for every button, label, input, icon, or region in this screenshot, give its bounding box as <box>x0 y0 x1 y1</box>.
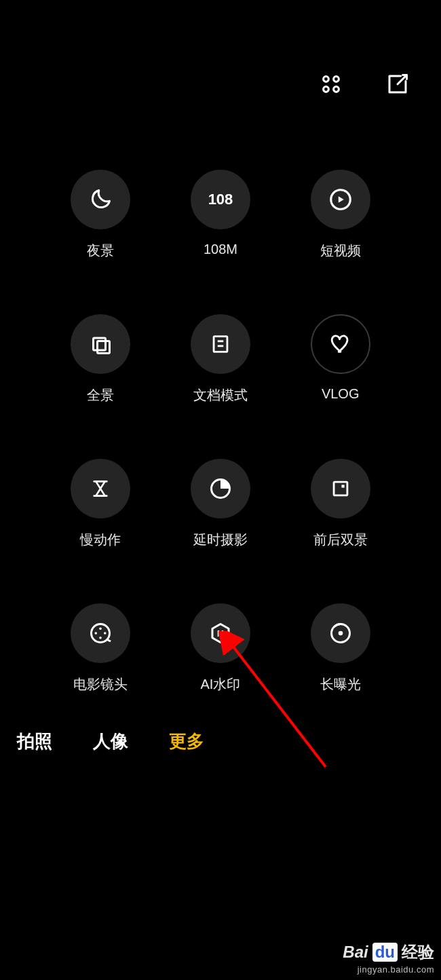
mode-timelapse[interactable]: 延时摄影 <box>161 459 281 549</box>
mode-label: 前后双景 <box>313 531 368 549</box>
svg-point-20 <box>100 637 102 639</box>
mode-label: 108M <box>204 242 237 257</box>
svg-point-0 <box>324 77 329 82</box>
svg-point-19 <box>104 632 107 635</box>
mode-label: 短视频 <box>320 242 361 260</box>
square-dot-icon <box>329 477 352 500</box>
watermark-suffix: 经验 <box>402 941 434 963</box>
edit-layout-button[interactable] <box>381 68 414 100</box>
mode-longexp-circle <box>311 603 370 663</box>
mode-long-exposure[interactable]: 长曝光 <box>280 603 400 694</box>
modes-grid-button[interactable] <box>315 68 347 100</box>
watermark-brand: Baidu 经验 <box>343 941 434 963</box>
svg-point-2 <box>324 87 329 92</box>
mode-108m-circle: 108 <box>191 170 250 229</box>
four-dots-icon <box>319 72 343 96</box>
hexagon-m-icon: M <box>208 621 233 645</box>
mode-label: VLOG <box>322 386 360 402</box>
mode-label: 长曝光 <box>320 675 361 694</box>
mode-dualview-circle <box>311 459 370 519</box>
panorama-icon <box>88 332 113 356</box>
tab-more[interactable]: 更多 <box>169 730 204 753</box>
mode-label: AI水印 <box>201 675 241 694</box>
svg-point-1 <box>334 77 339 82</box>
mode-vlog-circle <box>311 314 370 374</box>
tab-photo[interactable]: 拍照 <box>17 730 52 753</box>
heart-v-icon <box>329 333 352 356</box>
mode-label: 电影镜头 <box>73 675 128 694</box>
hourglass-icon <box>90 478 111 500</box>
svg-point-3 <box>334 87 339 92</box>
camera-mode-tabs: 拍照 人像 更多 <box>17 730 204 753</box>
tab-portrait[interactable]: 人像 <box>93 730 128 753</box>
mode-short-video[interactable]: 短视频 <box>280 170 400 260</box>
mode-slowmo-circle <box>71 459 130 519</box>
mode-slow-motion[interactable]: 慢动作 <box>41 459 161 549</box>
moon-icon <box>88 187 113 212</box>
svg-marker-5 <box>338 196 343 203</box>
watermark-url: jingyan.baidu.com <box>343 964 434 975</box>
play-circle-icon <box>328 187 353 212</box>
mode-label: 文档模式 <box>193 386 248 404</box>
svg-rect-14 <box>334 482 347 495</box>
edit-square-icon <box>385 72 410 96</box>
mode-dual-view[interactable]: 前后双景 <box>280 459 400 549</box>
svg-rect-8 <box>214 337 227 352</box>
svg-point-17 <box>100 627 102 630</box>
mode-panorama[interactable]: 全景 <box>41 314 161 404</box>
svg-rect-15 <box>341 485 344 487</box>
svg-rect-6 <box>94 338 106 350</box>
aperture-arc-icon <box>328 621 353 645</box>
mode-108m[interactable]: 108 108M <box>161 170 281 260</box>
mode-night[interactable]: 夜景 <box>41 170 161 260</box>
mode-ai-watermark[interactable]: M AI水印 <box>161 603 281 694</box>
mode-movie-lens[interactable]: 电影镜头 <box>41 603 161 694</box>
mode-document-circle <box>191 314 250 374</box>
mode-label: 夜景 <box>87 242 114 260</box>
baidu-jingyan-watermark: Baidu 经验 jingyan.baidu.com <box>343 941 434 975</box>
mode-aiwatermark-circle: M <box>191 603 250 663</box>
mode-movielens-circle <box>71 603 130 663</box>
document-icon <box>209 333 232 356</box>
film-reel-icon <box>88 621 113 645</box>
mp108-text-icon: 108 <box>208 191 233 208</box>
clock-quarter-icon <box>208 476 233 501</box>
mode-panorama-circle <box>71 314 130 374</box>
mode-night-circle <box>71 170 130 229</box>
svg-text:M: M <box>217 629 224 639</box>
mode-label: 全景 <box>87 386 114 404</box>
svg-point-24 <box>338 631 343 636</box>
mode-document[interactable]: 文档模式 <box>161 314 281 404</box>
mode-label: 慢动作 <box>80 531 121 549</box>
topbar <box>315 68 414 100</box>
modes-grid: 夜景 108 108M 短视频 全景 <box>0 170 441 694</box>
mode-short-video-circle <box>311 170 370 229</box>
svg-rect-7 <box>98 341 110 354</box>
watermark-du: du <box>372 943 398 962</box>
svg-point-18 <box>95 632 98 635</box>
mode-vlog[interactable]: VLOG <box>280 314 400 404</box>
mode-timelapse-circle <box>191 459 250 519</box>
camera-more-modes-screen: 夜景 108 108M 短视频 全景 <box>0 0 441 980</box>
mode-label: 延时摄影 <box>193 531 248 549</box>
watermark-bai: Bai <box>343 943 368 962</box>
